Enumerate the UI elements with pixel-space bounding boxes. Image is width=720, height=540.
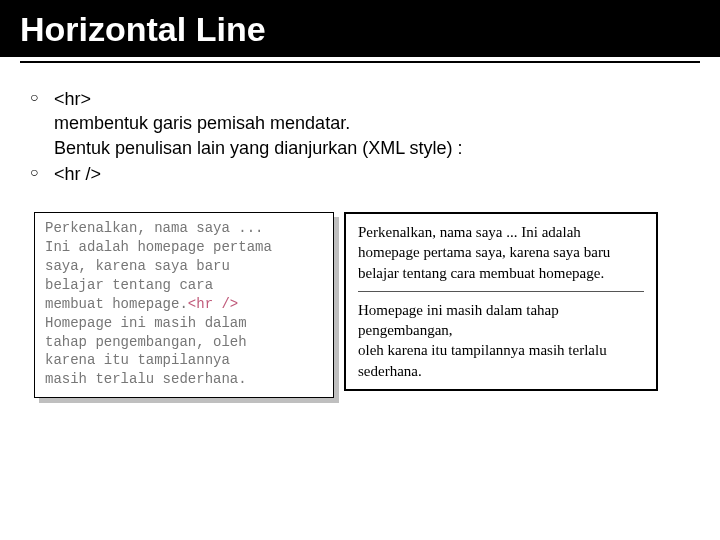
bullet-text: <hr> [54,89,91,109]
render-panel-inner: Perkenalkan, nama saya ... Ini adalah ho… [344,212,658,391]
code-panel-inner: Perkenalkan, nama saya ... Ini adalah ho… [34,212,334,398]
code-line: Ini adalah homepage pertama [45,239,272,255]
code-line: membuat homepage. [45,296,188,312]
title-bar: Horizontal Line [0,0,720,57]
code-tag-hr: <hr /> [188,296,238,312]
render-paragraph-1: Perkenalkan, nama saya ... Ini adalah ho… [358,222,644,283]
render-block: Perkenalkan, nama saya ... Ini adalah ho… [358,222,644,381]
bullet-text: <hr /> [54,164,101,184]
render-paragraph-2b: oleh karena itu tampilannya masih terlal… [358,340,644,381]
bullet-item-hr: <hr> membentuk garis pemisah mendatar. B… [54,87,680,160]
slide-title: Horizontal Line [20,10,700,49]
code-line: saya, karena saya baru [45,258,230,274]
bullet-item-hr-self-close: <hr /> [54,162,680,186]
code-line: Perkenalkan, nama saya ... [45,220,263,236]
bullet-desc-line2: Bentuk penulisan lain yang dianjurkan (X… [54,136,680,160]
content-area: <hr> membentuk garis pemisah mendatar. B… [0,63,720,198]
code-line: tahap pengembangan, oleh [45,334,247,350]
code-line: Homepage ini masih dalam [45,315,247,331]
code-line: belajar tentang cara [45,277,213,293]
bullet-desc-line1: membentuk garis pemisah mendatar. [54,111,680,135]
example-panels: Perkenalkan, nama saya ... Ini adalah ho… [34,212,686,398]
code-line: masih terlalu sederhana. [45,371,247,387]
bullet-list: <hr> membentuk garis pemisah mendatar. B… [54,87,680,186]
hr-divider [358,291,644,292]
code-panel: Perkenalkan, nama saya ... Ini adalah ho… [34,212,334,398]
code-block: Perkenalkan, nama saya ... Ini adalah ho… [45,219,323,389]
render-paragraph-2a: Homepage ini masih dalam tahap pengemban… [358,300,644,341]
code-line: karena itu tampilannya [45,352,230,368]
render-panel: Perkenalkan, nama saya ... Ini adalah ho… [344,212,658,398]
